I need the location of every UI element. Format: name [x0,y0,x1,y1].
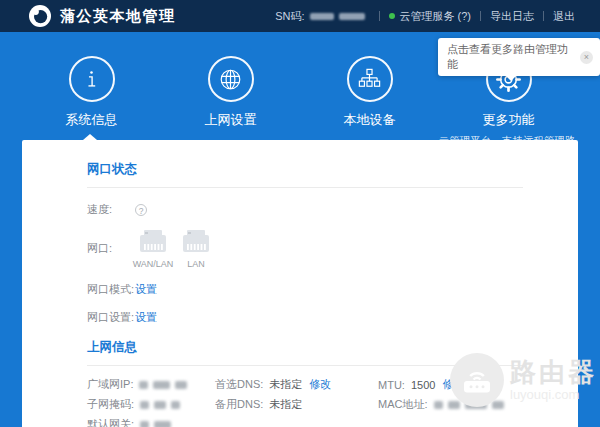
ethernet-port-icon [138,228,168,255]
tooltip-text: 点击查看更多路由管理功能 [447,42,573,72]
dns2-row: 备用DNS: 未指定 [215,399,378,410]
app-title: 蒲公英本地管理 [60,7,176,26]
sn-redacted-value [310,13,334,20]
nav-label: 上网设置 [205,111,257,129]
port-list: WAN/LAN LAN [135,228,214,269]
nav-item-internet-settings[interactable]: 上网设置 [161,56,300,162]
wan-ip-label: 广域网IP: [87,377,133,392]
port-name: LAN [187,259,205,269]
export-log-link[interactable]: 导出日志 [490,9,534,24]
port-setting-row: 网口设置: 设置 [87,310,523,325]
app-logo-icon [29,5,51,27]
mtu-label: MTU: [378,379,405,391]
port-setting-label: 网口设置: [87,310,135,325]
watermark-cn: 路由器 [510,359,597,385]
internet-col-2: 首选DNS: 未指定 修改 备用DNS: 未指定 [215,370,378,427]
sn-label: SN码: [275,9,304,24]
subnet-label: 子网掩码: [87,397,134,412]
gateway-row: 默认网关: [87,419,215,427]
router-icon [450,353,504,407]
cloud-status-dot [389,13,395,19]
mac-label: MAC地址: [378,397,428,412]
speed-row: 速度: ? [87,202,523,217]
redacted-value [171,401,180,409]
dns1-edit-link[interactable]: 修改 [309,377,331,392]
nav-item-system-info[interactable]: 系统信息 [22,56,161,162]
ethernet-port-icon [181,228,211,255]
nav-label: 系统信息 [66,111,118,129]
close-icon[interactable]: × [580,51,593,64]
dns1-label: 首选DNS: [215,377,263,392]
redacted-value [154,401,166,409]
help-icon[interactable]: ? [135,204,147,216]
dns1-value: 未指定 [269,377,302,392]
port-mode-row: 网口模式: 设置 [87,282,523,297]
redacted-value [140,421,149,427]
port-label: 网口: [87,241,135,256]
separator [543,11,544,21]
redacted-value [434,401,443,409]
dns1-row: 首选DNS: 未指定 修改 [215,379,378,390]
separator [480,11,481,21]
redacted-value [140,401,149,409]
redacted-value [139,381,148,389]
globe-icon [208,56,254,102]
nav-label: 更多功能 [483,111,535,129]
nav-item-local-devices[interactable]: 本地设备 [300,56,439,162]
redacted-value [153,381,170,389]
port-name: WAN/LAN [133,259,174,269]
speed-label: 速度: [87,202,135,217]
port-mode-label: 网口模式: [87,282,135,297]
logout-link[interactable]: 退出 [553,9,575,24]
mtu-value: 1500 [411,379,435,391]
separator [379,11,380,21]
redacted-value [175,381,187,389]
nav-label: 本地设备 [344,111,396,129]
devices-icon [347,56,393,102]
cloud-service-link[interactable]: 云管理服务 (?) [400,9,472,24]
redacted-value [154,421,171,427]
nav-subtitle: 云管理平台，支持远程管理路由器 [439,134,578,162]
ports-row: 网口: WAN/LAN [87,228,523,269]
port-mode-settings-link[interactable]: 设置 [135,282,157,297]
dns2-value: 未指定 [269,397,302,412]
section-title-port-status: 网口状态 [87,161,523,188]
watermark-en: luyouqi.com [510,388,597,401]
port-setting-settings-link[interactable]: 设置 [135,310,157,325]
info-icon [69,56,115,102]
subnet-row: 子网掩码: [87,399,215,410]
topbar-actions: SN码: 云管理服务 (?) 导出日志 退出 [275,9,575,24]
internet-col-1: 广域网IP: 子网掩码: 默认网关: [87,370,215,427]
wan-ip-row: 广域网IP: [87,379,215,390]
dns2-label: 备用DNS: [215,397,263,412]
sn-redacted-value [339,13,365,20]
watermark: 路由器 luyouqi.com [450,353,597,407]
topbar: 蒲公英本地管理 SN码: 云管理服务 (?) 导出日志 退出 [0,0,600,32]
watermark-text: 路由器 luyouqi.com [510,359,597,401]
content-card: 网口状态 速度: ? 网口: WAN/LAN [22,140,578,427]
port-wan-lan: WAN/LAN [135,228,171,269]
port-lan: LAN [178,228,214,269]
gateway-label: 默认网关: [87,417,134,427]
more-features-tooltip: 点击查看更多路由管理功能 × [438,38,600,76]
